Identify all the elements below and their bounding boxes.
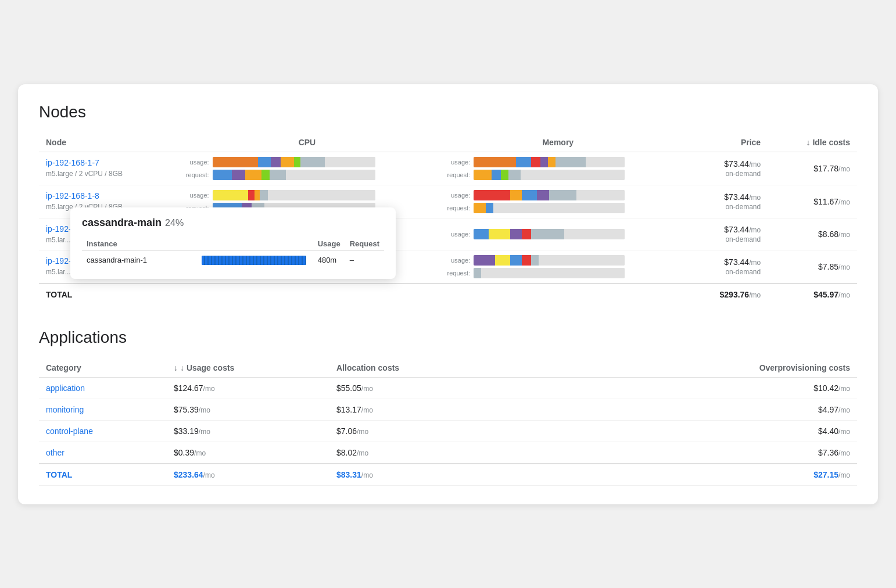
tooltip-request-val: – bbox=[345, 250, 384, 270]
nodes-total-label: TOTAL bbox=[39, 284, 678, 305]
tooltip-bar-cell bbox=[197, 250, 313, 270]
app-usage-cost: $75.39/mo bbox=[167, 399, 329, 420]
tooltip-col-usage: Usage bbox=[313, 237, 345, 251]
app-category-link[interactable]: other bbox=[46, 448, 64, 457]
app-total-allocation: $83.31/mo bbox=[329, 464, 492, 486]
app-usage-cost: $124.67/mo bbox=[167, 377, 329, 399]
node-link[interactable]: ip-192-168-1-8 bbox=[46, 191, 170, 200]
nodes-total-price: $293.76/mo bbox=[678, 284, 768, 305]
node-idle-cost: $7.85/mo bbox=[768, 250, 857, 284]
app-row: application$124.67/mo$55.05/mo$10.42/mo bbox=[39, 377, 857, 399]
app-overprovisioning-cost: $7.36/mo bbox=[492, 442, 857, 464]
applications-section: Applications Category ↓↓ Usage costs All… bbox=[39, 328, 857, 486]
node-idle-cost: $8.68/mo bbox=[768, 218, 857, 250]
tooltip-col-request: Request bbox=[345, 237, 384, 251]
app-row: control-plane$33.19/mo$7.06/mo$4.40/mo bbox=[39, 420, 857, 442]
tooltip-bar bbox=[202, 256, 306, 265]
node-spec: m5.large / 2 vCPU / 8GB bbox=[46, 170, 123, 178]
app-row: monitoring$75.39/mo$13.17/mo$4.97/mo bbox=[39, 399, 857, 420]
col-memory: Memory bbox=[438, 133, 678, 152]
node-idle-cost: $11.67/mo bbox=[768, 185, 857, 218]
app-overprovisioning-cost: $4.97/mo bbox=[492, 399, 857, 420]
app-total-row: TOTAL $233.64/mo $83.31/mo $27.15/mo bbox=[39, 464, 857, 486]
tooltip-row: cassandra-main-1 480m – bbox=[82, 250, 384, 270]
tooltip-col-bar bbox=[197, 237, 313, 251]
app-row: other$0.39/mo$8.02/mo$7.36/mo bbox=[39, 442, 857, 464]
app-usage-cost: $33.19/mo bbox=[167, 420, 329, 442]
app-total-overprovisioning: $27.15/mo bbox=[492, 464, 857, 486]
sort-arrow-icon: ↓ bbox=[174, 363, 178, 372]
app-allocation-cost: $13.17/mo bbox=[329, 399, 492, 420]
app-col-allocation: Allocation costs bbox=[329, 358, 492, 378]
tooltip-col-instance: Instance bbox=[82, 237, 197, 251]
col-idle-costs: ↓ Idle costs bbox=[768, 133, 857, 152]
node-spec: m5.lar... bbox=[46, 268, 71, 276]
tooltip-title: cassandra-main24% bbox=[82, 217, 384, 229]
node-row: ip-192-168-1-7m5.large / 2 vCPU / 8GBusa… bbox=[39, 152, 857, 185]
tooltip-instance-name: cassandra-main-1 bbox=[82, 250, 197, 270]
app-allocation-cost: $8.02/mo bbox=[329, 442, 492, 464]
app-allocation-cost: $55.05/mo bbox=[329, 377, 492, 399]
page-container: Nodes Node CPU Memory Price ↓ Idle costs… bbox=[18, 84, 878, 504]
col-cpu: CPU bbox=[177, 133, 438, 152]
node-price: $73.44/moon-demand bbox=[678, 152, 768, 185]
node-spec: m5.lar... bbox=[46, 236, 71, 244]
app-col-usage: ↓↓ Usage costs bbox=[167, 358, 329, 378]
app-category-link[interactable]: control-plane bbox=[46, 426, 93, 436]
tooltip-usage-val: 480m bbox=[313, 250, 345, 270]
node-price: $73.44/moon-demand bbox=[678, 218, 768, 250]
node-price: $73.44/moon-demand bbox=[678, 250, 768, 284]
col-price: Price bbox=[678, 133, 768, 152]
node-idle-cost: $17.78/mo bbox=[768, 152, 857, 185]
app-category-link[interactable]: monitoring bbox=[46, 405, 84, 414]
app-total-label: TOTAL bbox=[39, 464, 167, 486]
tooltip-table: Instance Usage Request cassandra-main-1 … bbox=[82, 237, 384, 270]
node-price: $73.44/moon-demand bbox=[678, 185, 768, 218]
app-total-usage: $233.64/mo bbox=[167, 464, 329, 486]
col-node: Node bbox=[39, 133, 177, 152]
app-category-link[interactable]: application bbox=[46, 383, 85, 393]
applications-table: Category ↓↓ Usage costs Allocation costs… bbox=[39, 358, 857, 486]
app-usage-cost: $0.39/mo bbox=[167, 442, 329, 464]
app-col-overprovisioning: Overprovisioning costs bbox=[492, 358, 857, 378]
app-allocation-cost: $7.06/mo bbox=[329, 420, 492, 442]
tooltip-popup: cassandra-main24% Instance Usage Request… bbox=[70, 207, 396, 279]
app-overprovisioning-cost: $10.42/mo bbox=[492, 377, 857, 399]
nodes-title: Nodes bbox=[39, 103, 857, 121]
node-link[interactable]: ip-192-168-1-7 bbox=[46, 158, 170, 167]
app-col-category: Category bbox=[39, 358, 167, 378]
app-overprovisioning-cost: $4.40/mo bbox=[492, 420, 857, 442]
applications-title: Applications bbox=[39, 328, 857, 347]
nodes-total-idle: $45.97/mo bbox=[768, 284, 857, 305]
nodes-total-row: TOTAL $293.76/mo $45.97/mo bbox=[39, 284, 857, 305]
